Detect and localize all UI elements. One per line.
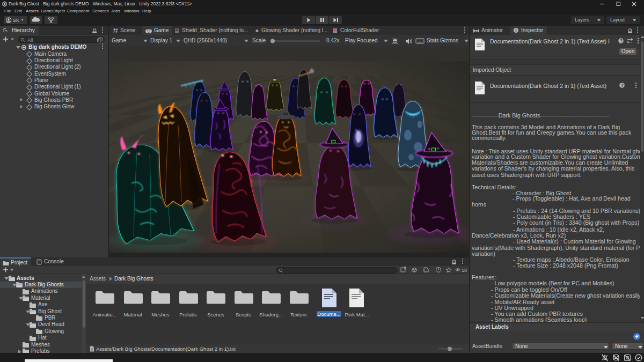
svg-text:?: ? [621, 83, 624, 88]
svg-text:SK: SK [13, 18, 19, 23]
svg-text:?: ? [620, 38, 623, 43]
svg-text:18: 18 [462, 268, 467, 273]
